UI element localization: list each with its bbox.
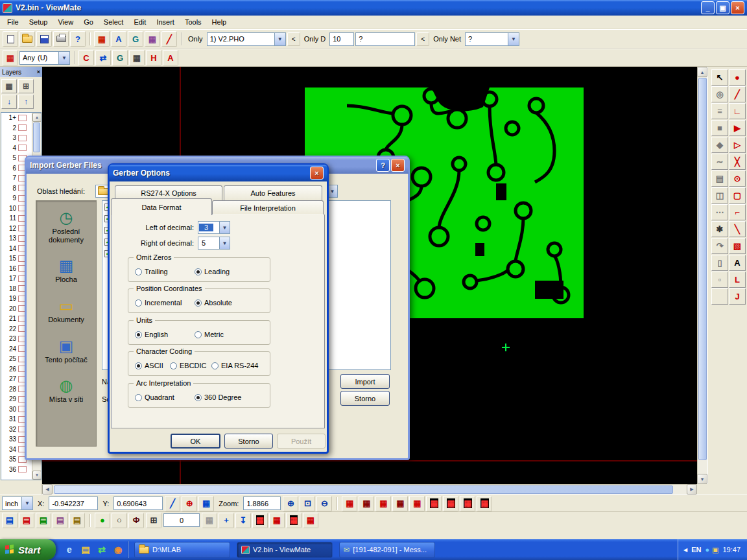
layer-color-swatch[interactable] [18, 124, 27, 131]
radio-incremental[interactable] [135, 299, 142, 307]
radio-360-degree[interactable] [195, 394, 202, 401]
toolbar-icon-button[interactable]: G [112, 50, 128, 65]
status-icon-button[interactable]: ▤ [19, 513, 34, 528]
y-coordinate-field[interactable]: 0.690643 [113, 496, 163, 510]
chevron-down-icon[interactable]: ▼ [219, 222, 230, 233]
pattern-button[interactable]: ▦ [359, 496, 374, 511]
palette-tool-button[interactable]: ◎ [711, 86, 728, 102]
horizontal-scrollbar[interactable]: ◀ ▶ [42, 484, 697, 495]
tray-icon[interactable]: ● [705, 546, 709, 554]
x-coordinate-field[interactable]: -0.942237 [49, 496, 98, 510]
tab-data-format[interactable]: Data Format [111, 198, 212, 215]
layers-panel-header[interactable]: Layers × [0, 67, 42, 77]
pattern-button[interactable]: ▦ [443, 496, 458, 511]
net-combo[interactable]: ? ▼ [465, 32, 519, 46]
scroll-left-icon[interactable]: ◀ [42, 484, 53, 495]
places-item[interactable]: ▦ Plocha [37, 258, 95, 284]
layer-row[interactable]: 36 [1, 465, 32, 475]
pattern-button[interactable]: ▦ [426, 496, 442, 511]
status-icon-button[interactable]: ▤ [53, 513, 68, 528]
status-icon-button[interactable]: ▤ [2, 513, 18, 528]
palette-tool-button[interactable]: ⌐ [729, 204, 746, 220]
palette-tool-button[interactable]: ▶ [729, 120, 746, 136]
status-icon-button[interactable]: ╱ [165, 496, 180, 511]
layer-row[interactable]: 3 [1, 133, 32, 143]
palette-tool-button[interactable]: ∟ [729, 103, 746, 119]
layer-row[interactable]: 4 [1, 143, 32, 154]
menu-item[interactable]: View [53, 16, 78, 28]
only-d-toggle[interactable]: Only D [302, 35, 329, 43]
dialog-help-button[interactable]: ? [376, 159, 390, 172]
status-icon-button[interactable]: ▦ [198, 496, 214, 511]
menu-item[interactable]: Go [78, 16, 99, 28]
save-button[interactable] [36, 31, 52, 47]
aperture-table-button[interactable]: ⊞ [146, 513, 161, 528]
palette-tool-button[interactable]: ╱ [729, 86, 746, 102]
zoom-button[interactable]: ⊕ [283, 496, 298, 511]
status-icon-button[interactable]: ▦ [202, 513, 217, 528]
radio-absolute[interactable] [195, 299, 202, 307]
chevron-down-icon[interactable]: ▼ [508, 33, 519, 45]
pattern-button[interactable]: ▦ [409, 496, 425, 511]
palette-tool-button[interactable]: ⋯ [711, 204, 728, 220]
only-layer-toggle[interactable]: Only [185, 35, 206, 43]
palette-tool-button[interactable]: A [729, 255, 746, 271]
layer-color-swatch[interactable] [18, 115, 27, 121]
status-icon-button[interactable]: Φ [128, 513, 144, 528]
layer-combo[interactable]: 1) V2.PHO ▼ [207, 32, 286, 46]
task-button-messenger[interactable]: ✉ [191-482-091] - Mess... [339, 542, 435, 558]
pattern-button[interactable]: ▦ [375, 496, 391, 511]
palette-tool-button[interactable]: ⊙ [729, 170, 746, 187]
places-item[interactable]: ▣ Tento počítač [37, 338, 95, 364]
palette-tool-button[interactable]: ▤ [711, 170, 728, 187]
scroll-up-icon[interactable]: ▲ [697, 67, 707, 77]
scroll-down-icon[interactable]: ▼ [697, 474, 707, 484]
restore-button[interactable]: ▣ [716, 1, 729, 14]
any-filter-combo[interactable]: Any (U) ▼ [19, 51, 70, 65]
status-icon-button[interactable]: + [219, 513, 234, 528]
apply-button[interactable]: Použít [277, 434, 326, 449]
radio-ebcdic[interactable] [170, 362, 177, 369]
radio-leading[interactable] [195, 268, 202, 275]
palette-tool-button[interactable]: ╲ [729, 221, 746, 237]
window-titlebar[interactable]: V2.bin - ViewMate _ ▣ × [0, 0, 747, 16]
menu-item[interactable]: Help [207, 16, 232, 28]
palette-tool-button[interactable]: ▧ [729, 238, 746, 254]
toolbar-icon-button[interactable]: H [146, 50, 161, 65]
status-icon-button[interactable]: ● [95, 513, 110, 528]
toolbar-icon-button[interactable]: ▦ [145, 31, 160, 47]
storno-button[interactable]: Storno [224, 434, 273, 449]
menu-item[interactable]: Setup [24, 16, 53, 28]
menu-item[interactable]: Select [99, 16, 129, 28]
radio-ascii[interactable] [135, 362, 142, 369]
tray-icon[interactable]: ▣ [712, 546, 718, 554]
status-icon-button[interactable]: ▤ [36, 513, 51, 528]
palette-tool-button[interactable]: ↖ [711, 69, 728, 86]
start-button[interactable]: Start [0, 539, 56, 560]
status-icon-button[interactable]: ▦ [252, 513, 268, 528]
layer-color-swatch[interactable] [18, 145, 27, 151]
selection-grid-button[interactable]: ▦ [3, 50, 18, 65]
pattern-button[interactable]: ▦ [460, 496, 475, 511]
zoom-button[interactable]: ⊡ [300, 496, 315, 511]
radio-quadrant[interactable] [135, 394, 142, 401]
layers-toolbar-button[interactable]: ↑ [18, 95, 34, 109]
layers-toolbar-button[interactable]: ⊞ [18, 79, 34, 93]
status-icon-button[interactable]: ▦ [303, 513, 318, 528]
menu-item[interactable]: File [2, 16, 24, 28]
palette-tool-button[interactable]: L [729, 272, 746, 288]
storno-button[interactable]: Storno [340, 391, 390, 406]
dcode-input[interactable]: 10 [329, 32, 354, 46]
scrollbar-thumb[interactable] [33, 122, 40, 152]
pattern-button[interactable]: ▦ [477, 496, 492, 511]
chevron-down-icon[interactable]: ▼ [58, 52, 69, 64]
palette-tool-button[interactable]: ◆ [711, 137, 728, 153]
layer-color-swatch[interactable] [18, 466, 27, 472]
quick-launch-button[interactable]: ⇄ [95, 542, 109, 557]
radio-english[interactable] [135, 331, 142, 338]
layer-row[interactable]: 2 [1, 123, 32, 134]
palette-tool-button[interactable]: J [729, 288, 746, 305]
layer-row[interactable]: 1+ [1, 113, 32, 123]
toolbar-icon-button[interactable]: ╱ [161, 31, 177, 47]
places-item[interactable]: ◷ Poslední dokumenty [37, 210, 95, 244]
